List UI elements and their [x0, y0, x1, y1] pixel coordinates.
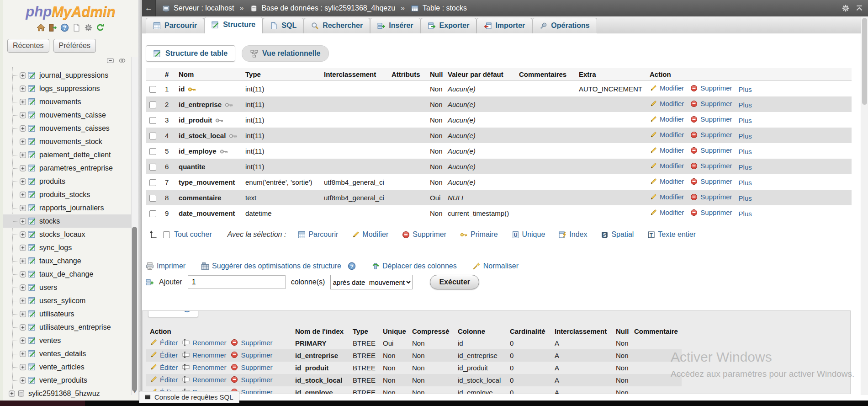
- sidebar-item-stocks[interactable]: stocks: [3, 214, 134, 228]
- sidebar-item-sylic2591368_5hzwuz[interactable]: sylic2591368_5hzwuz: [3, 387, 134, 400]
- tab-structure[interactable]: Structure: [204, 17, 263, 33]
- more-id_produit-link[interactable]: Plus: [739, 117, 752, 124]
- bottom-console-bar[interactable]: [0, 401, 868, 406]
- sidebar-item-taux_de_change[interactable]: taux_de_change: [3, 267, 134, 281]
- link-rings-icon[interactable]: [118, 57, 126, 64]
- check-all-label[interactable]: Tout cocher: [174, 230, 212, 239]
- sidebar-item-paiement_dette_client[interactable]: paiement_dette_client: [3, 148, 134, 161]
- row-checkbox-id_employe[interactable]: [149, 148, 156, 155]
- sidebar-item-taux_change[interactable]: taux_change: [3, 254, 134, 267]
- more-type_mouvement-link[interactable]: Plus: [739, 179, 752, 187]
- row-checkbox-type_mouvement[interactable]: [149, 179, 156, 186]
- sidebar-item-utilisateurs[interactable]: utilisateurs: [3, 307, 134, 321]
- drop-date_mouvement-link[interactable]: Supprimer: [690, 208, 732, 216]
- main-scrollbar[interactable]: [861, 16, 868, 395]
- sidebar-item-produits_stocks[interactable]: produits_stocks: [3, 188, 134, 201]
- sidebar-item-users[interactable]: users: [3, 281, 134, 294]
- d-placer-des-colonnes-link[interactable]: Déplacer des colonnes: [371, 262, 457, 270]
- sidebar-item-mouvements_caisse[interactable]: mouvements_caisse: [3, 108, 134, 122]
- drop-quantite-link[interactable]: Supprimer: [690, 162, 732, 170]
- more-id_employe-link[interactable]: Plus: [739, 148, 752, 155]
- sidebar-item-parametres_entreprise[interactable]: parametres_entreprise: [3, 161, 134, 175]
- sidebar-item-rapports_journaliers[interactable]: rapports_journaliers: [3, 201, 134, 214]
- with-selected-supprimer-link[interactable]: Supprimer: [402, 230, 446, 239]
- main-scrollbar-thumb[interactable]: [862, 18, 867, 105]
- phpmyadmin-logo[interactable]: phpMyAdmin: [3, 0, 138, 20]
- with-selected-modifier-link[interactable]: Modifier: [352, 230, 388, 239]
- modify-commentaire-link[interactable]: Modifier: [650, 193, 684, 201]
- drop-index-id_produit-link[interactable]: Supprimer: [231, 363, 272, 371]
- sidebar-item-vente_produits[interactable]: vente_produits: [3, 374, 134, 387]
- more-quantite-link[interactable]: Plus: [739, 163, 752, 171]
- row-checkbox-commentaire[interactable]: [149, 195, 156, 202]
- drop-id_produit-link[interactable]: Supprimer: [690, 115, 732, 123]
- drop-index-id_entreprise-link[interactable]: Supprimer: [231, 351, 272, 359]
- tab-rechercher[interactable]: Rechercher: [304, 18, 370, 33]
- sidebar-item-vente_articles[interactable]: vente_articles: [3, 360, 134, 374]
- drop-index-PRIMARY-link[interactable]: Supprimer: [231, 339, 272, 347]
- settings-gear-icon[interactable]: [84, 23, 93, 32]
- rename-index-PRIMARY-link[interactable]: Renommer: [182, 339, 226, 347]
- modify-date_mouvement-link[interactable]: Modifier: [650, 208, 684, 216]
- sidebar-item-users_sylicom[interactable]: users_sylicom: [3, 294, 134, 307]
- collapse-top-icon[interactable]: [855, 4, 863, 12]
- with-selected-unique-link[interactable]: UUnique: [512, 230, 545, 239]
- page-settings-gear-icon[interactable]: [842, 4, 850, 12]
- modify-type_mouvement-link[interactable]: Modifier: [650, 177, 684, 185]
- more-commentaire-link[interactable]: Plus: [739, 194, 752, 202]
- modify-id_produit-link[interactable]: Modifier: [650, 115, 684, 123]
- help-icon[interactable]: ?: [60, 23, 69, 32]
- sql-console-button[interactable]: Console de requêtes SQL: [139, 391, 239, 403]
- rename-index-id_produit-link[interactable]: Renommer: [182, 363, 226, 371]
- docs-icon[interactable]: [72, 23, 81, 32]
- sidebar-item-ventes[interactable]: ventes: [3, 334, 134, 347]
- drop-index-id_stock_local-link[interactable]: Supprimer: [231, 376, 272, 384]
- tab-parcourir[interactable]: Parcourir: [146, 18, 204, 33]
- breadcrumb-table[interactable]: Table : stocks: [411, 4, 467, 12]
- modify-id_employe-link[interactable]: Modifier: [650, 146, 684, 154]
- drop-id-link[interactable]: Supprimer: [690, 84, 732, 92]
- edit-index-PRIMARY-link[interactable]: Éditer: [150, 339, 178, 347]
- with-selected-parcourir-link[interactable]: Parcourir: [298, 230, 338, 239]
- scroll-down-arrow-icon[interactable]: ▼: [132, 389, 138, 394]
- sidebar-scrollbar-thumb[interactable]: [132, 227, 137, 391]
- back-button[interactable]: ←: [142, 0, 156, 16]
- sidebar-item-journal_suppressions[interactable]: journal_suppressions: [3, 69, 134, 82]
- recents-button[interactable]: Récentes: [7, 39, 49, 53]
- modify-id-link[interactable]: Modifier: [650, 84, 684, 92]
- sidebar-item-mouvements_caisses[interactable]: mouvements_caisses: [3, 122, 134, 135]
- sidebar-item-utilisateurs_entreprise[interactable]: utilisateurs_entreprise: [3, 321, 134, 334]
- tab-exporter[interactable]: Exporter: [421, 18, 477, 33]
- row-checkbox-id_entreprise[interactable]: [149, 102, 156, 108]
- sidebar-item-ventes_details[interactable]: ventes_details: [3, 347, 134, 360]
- collapse-all-icon[interactable]: [106, 57, 114, 64]
- sidebar-item-sync_logs[interactable]: sync_logs: [3, 241, 134, 254]
- tab-ins-rer[interactable]: Insérer: [370, 18, 420, 33]
- index-help-icon[interactable]: ?: [183, 310, 191, 313]
- more-id_entreprise-link[interactable]: Plus: [739, 101, 752, 109]
- edit-index-id_produit-link[interactable]: Éditer: [150, 363, 178, 371]
- sidebar-item-mouvements[interactable]: mouvements: [3, 95, 134, 108]
- sidebar-item-mouvements_stock[interactable]: mouvements_stock: [3, 135, 134, 148]
- breadcrumb-server[interactable]: Serveur : localhost: [162, 4, 234, 12]
- row-checkbox-id_stock_local[interactable]: [149, 133, 156, 139]
- with-selected-index-link[interactable]: Index: [559, 230, 587, 239]
- drop-commentaire-link[interactable]: Supprimer: [690, 193, 732, 201]
- sidebar-item-logs_suppressions[interactable]: logs_suppressions: [3, 82, 134, 95]
- sugg-rer-des-optimisations-de-structure-link[interactable]: Suggérer des optimisations de structure?: [201, 262, 356, 270]
- row-checkbox-id_produit[interactable]: [149, 117, 156, 124]
- drop-id_entreprise-link[interactable]: Supprimer: [690, 100, 732, 107]
- subtab-structure-de-table[interactable]: Structure de table: [146, 45, 235, 62]
- modify-quantite-link[interactable]: Modifier: [650, 162, 684, 170]
- edit-index-id_stock_local-link[interactable]: Éditer: [150, 376, 178, 384]
- subtab-vue-relationnelle[interactable]: Vue relationnelle: [242, 45, 329, 62]
- rename-index-id_stock_local-link[interactable]: Renommer: [182, 376, 226, 384]
- refresh-icon[interactable]: [96, 23, 105, 32]
- modify-id_stock_local-link[interactable]: Modifier: [650, 131, 684, 139]
- logout-icon[interactable]: [48, 23, 57, 32]
- favorites-button[interactable]: Préférées: [53, 39, 96, 53]
- with-selected-spatial-link[interactable]: SSpatial: [601, 230, 634, 239]
- row-checkbox-quantite[interactable]: [149, 164, 156, 171]
- panel-divider[interactable]: [138, 0, 142, 401]
- tab-importer[interactable]: Importer: [476, 18, 532, 33]
